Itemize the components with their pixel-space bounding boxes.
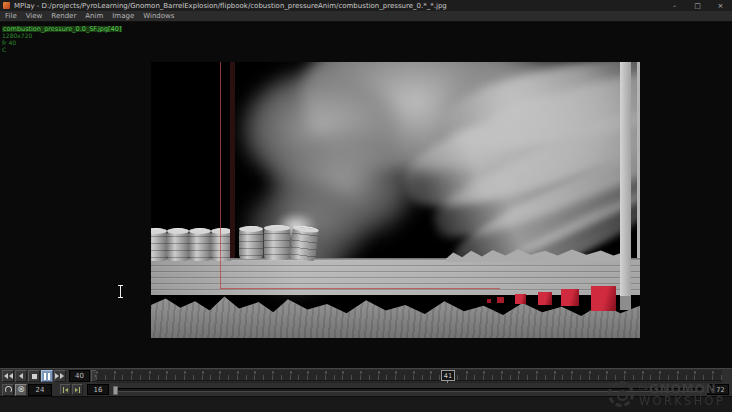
triangle-left-icon <box>9 373 13 379</box>
window-title: MPlay - D:/projects/PyroLearning/Gnomon_… <box>14 2 447 10</box>
triangle-left-icon <box>65 388 68 392</box>
triangle-right-icon <box>55 373 59 379</box>
set-range-start-button[interactable] <box>60 384 71 395</box>
menu-image[interactable]: Image <box>112 12 134 20</box>
mplay-window: MPlay - D:/projects/PyroLearning/Gnomon_… <box>0 0 732 412</box>
barrel <box>151 230 167 261</box>
info-resolution: 1280x720 <box>2 33 122 39</box>
window-controls: – □ × <box>663 0 732 11</box>
info-frame: fr 40 <box>2 40 122 46</box>
bar-glyph <box>63 387 64 393</box>
pressure-cube <box>538 292 552 305</box>
image-info-overlay: combustion_pressure_0.0_SF.jpg[40] 1280x… <box>2 23 122 53</box>
range-end-value: 72 <box>716 386 724 394</box>
loop-icon <box>5 386 12 393</box>
stop-icon <box>32 374 37 379</box>
jump-end-button[interactable] <box>54 370 66 382</box>
menu-render[interactable]: Render <box>51 12 76 20</box>
bottom-strip <box>0 396 732 412</box>
bar-glyph <box>79 387 80 393</box>
frame-marker-bar <box>230 62 235 258</box>
pressure-cube <box>561 289 579 306</box>
timeline-groove <box>96 380 722 381</box>
barrel <box>167 230 189 261</box>
flipbook-image[interactable] <box>151 62 640 338</box>
range-slider-handle[interactable] <box>113 386 118 395</box>
pressure-cube <box>515 294 526 304</box>
close-button[interactable]: × <box>709 0 732 11</box>
range-start-field[interactable]: 16 <box>87 384 109 395</box>
fps-field[interactable]: 24 <box>28 384 52 396</box>
jump-start-button[interactable] <box>2 370 14 382</box>
pause-icon <box>44 373 50 380</box>
titlebar: MPlay - D:/projects/PyroLearning/Gnomon_… <box>0 0 732 11</box>
realtime-toggle-button[interactable]: ⊗ <box>15 384 27 396</box>
barrel <box>239 228 263 259</box>
pressure-cube <box>487 299 491 303</box>
set-range-end-button[interactable] <box>72 384 83 395</box>
red-guide-vertical <box>220 62 221 289</box>
mplay-app-icon <box>3 2 10 9</box>
menu-anim[interactable]: Anim <box>85 12 103 20</box>
triangle-left-icon <box>711 388 714 392</box>
triangle-left-icon <box>19 373 23 379</box>
timeline-tick-labels <box>96 371 722 374</box>
pressure-cube <box>591 286 616 311</box>
info-plane: C <box>2 47 122 53</box>
barrel-tilted <box>289 227 319 262</box>
stop-button[interactable] <box>28 370 40 382</box>
menu-windows[interactable]: Windows <box>143 12 174 20</box>
range-end-field[interactable]: 72 <box>707 384 729 395</box>
triangle-right-icon <box>75 388 78 392</box>
gray-pillar <box>620 62 631 310</box>
loop-mode-button[interactable] <box>2 384 14 396</box>
triangle-left-icon <box>4 373 8 379</box>
realtime-icon: ⊗ <box>17 385 25 394</box>
pause-button[interactable] <box>41 370 53 382</box>
ibeam-cursor <box>117 285 124 298</box>
viewer-area: combustion_pressure_0.0_SF.jpg[40] 1280x… <box>0 22 732 368</box>
frame-range-slider[interactable] <box>114 388 704 392</box>
barrel <box>264 227 290 260</box>
maximize-button[interactable]: □ <box>686 0 709 11</box>
red-guide-horizontal <box>220 288 500 289</box>
timeline-scrubber[interactable]: 41 <box>96 370 722 383</box>
pressure-cube <box>497 297 504 303</box>
current-frame-field[interactable]: 40 <box>69 370 90 382</box>
barrel <box>189 230 211 261</box>
play-reverse-button[interactable] <box>15 370 27 382</box>
menu-file[interactable]: File <box>5 12 17 20</box>
triangle-right-icon <box>60 373 64 379</box>
playbar-options-row: ⊗ 24 16 72 <box>0 383 732 396</box>
playhead[interactable]: 41 <box>441 370 455 381</box>
menu-view[interactable]: View <box>26 12 43 20</box>
edge-sliver <box>637 62 640 258</box>
minimize-button[interactable]: – <box>663 0 686 11</box>
menu-bar: File View Render Anim Image Windows <box>0 11 732 22</box>
playbar-transport-row: 40 41 <box>0 368 732 383</box>
